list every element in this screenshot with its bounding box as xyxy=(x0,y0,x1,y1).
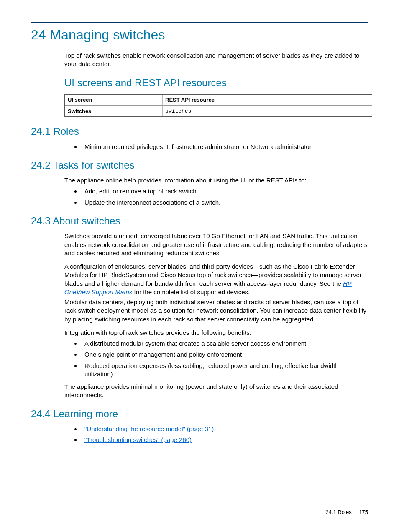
about-p2b: for the complete list of supported devic… xyxy=(132,288,250,296)
document-page: 24 Managing switches Top of rack switche… xyxy=(0,0,399,532)
learning-bullets: "Understanding the resource model" (page… xyxy=(72,425,368,445)
table-row: Switches switches xyxy=(65,105,372,117)
list-item: "Troubleshooting switches" (page 260) xyxy=(81,436,368,444)
chapter-intro: Top of rack switches enable network cons… xyxy=(64,51,368,69)
table-header-ui: UI screen xyxy=(65,94,163,105)
ui-rest-table: UI screen REST API resource Switches swi… xyxy=(64,94,372,117)
about-p1: Switches provide a unified, converged fa… xyxy=(64,232,368,257)
link-resource-model[interactable]: "Understanding the resource model" (page… xyxy=(84,425,214,432)
about-p5: The appliance provides minimal monitorin… xyxy=(64,383,368,400)
roles-heading: 24.1 Roles xyxy=(31,125,368,138)
top-rule xyxy=(31,22,368,23)
list-item: A distributed modular system that create… xyxy=(81,339,368,348)
footer-section: 24.1 Roles xyxy=(326,509,352,515)
list-item: Add, edit, or remove a top of rack switc… xyxy=(81,187,368,195)
list-item: One single point of management and polic… xyxy=(81,350,368,359)
about-bullets: A distributed modular system that create… xyxy=(72,339,368,378)
list-item: "Understanding the resource model" (page… xyxy=(81,425,368,433)
roles-bullets: Minimum required privileges: Infrastruct… xyxy=(72,143,368,151)
chapter-title: 24 Managing switches xyxy=(31,26,368,44)
page-footer: 24.1 Roles 175 xyxy=(326,509,368,516)
tasks-heading: 24.2 Tasks for switches xyxy=(31,159,368,172)
footer-page-number: 175 xyxy=(359,509,368,515)
about-p4: Integration with top of rack switches pr… xyxy=(64,329,368,337)
about-p2a: A configuration of enclosures, server bl… xyxy=(64,263,362,287)
table-cell-rest: switches xyxy=(163,105,373,117)
about-p3: Modular data centers, deploying both ind… xyxy=(64,298,368,324)
ui-rest-heading: UI screens and REST API resources xyxy=(64,76,368,90)
table-header-rest: REST API resource xyxy=(163,94,373,105)
tasks-intro: The appliance online help provides infor… xyxy=(64,176,368,185)
learning-heading: 24.4 Learning more xyxy=(31,407,368,421)
about-heading: 24.3 About switches xyxy=(31,214,368,228)
list-item: Update the interconnect associations of … xyxy=(81,198,368,207)
list-item: Reduced operation expenses (less cabling… xyxy=(81,362,368,379)
table-cell-ui: Switches xyxy=(65,105,163,117)
list-item: Minimum required privileges: Infrastruct… xyxy=(81,143,368,151)
tasks-bullets: Add, edit, or remove a top of rack switc… xyxy=(72,187,368,207)
about-p2: A configuration of enclosures, server bl… xyxy=(64,262,368,296)
link-troubleshooting[interactable]: "Troubleshooting switches" (page 260) xyxy=(84,436,192,443)
